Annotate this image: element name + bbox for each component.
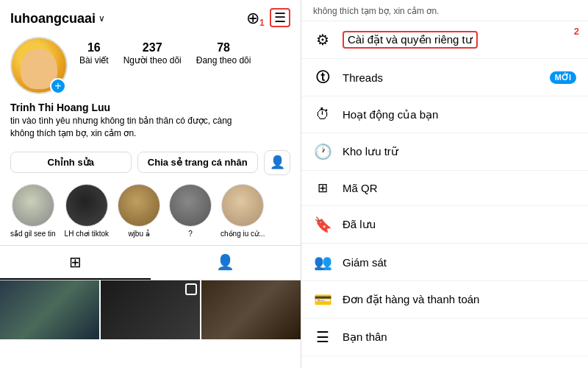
posts-label: Bài viết <box>79 55 109 66</box>
menu-list: ⚙ Cài đặt và quyền riêng tư 2 ⓣ Threads … <box>301 21 588 368</box>
threads-label: Threads <box>343 71 539 84</box>
stats-row: 16 Bài viết 237 Người theo dõi 78 Đang t… <box>79 37 290 66</box>
followers-count: 237 <box>143 41 162 54</box>
menu-item-archive[interactable]: 🕐 Kho lưu trữ <box>301 133 588 171</box>
right-panel: không thích tạm bợ, xin cảm ơn. ⚙ Cài đặ… <box>301 0 588 368</box>
profile-section: + 16 Bài viết 237 Người theo dõi 78 Đang… <box>0 34 301 102</box>
display-name: Trinh Thi Hoang Luu <box>10 102 290 113</box>
story-circle-3 <box>169 184 212 227</box>
story-label-4: chồng iu cứ... <box>220 230 265 238</box>
tag-person-icon: 👤 <box>216 253 234 271</box>
edit-profile-button[interactable]: Chỉnh sửa <box>10 152 132 173</box>
menu-item-activity[interactable]: ⏱ Hoạt động của bạn <box>301 96 588 133</box>
add-post-icon[interactable]: ⊕ <box>246 9 259 28</box>
share-profile-button[interactable]: Chia sẻ trang cá nhân <box>137 152 259 173</box>
menu-item-orders[interactable]: 💳 Đơn đặt hàng và thanh toán <box>301 281 588 319</box>
tab-bar: ⊞ 👤 <box>0 245 301 280</box>
tab-grid[interactable]: ⊞ <box>0 246 151 280</box>
story-item-0[interactable]: sắd gil see tin <box>10 184 56 238</box>
top-bar: luhoangcuaai ∨ ⊕ ☰ 1 <box>0 0 301 34</box>
settings-badge: 2 <box>574 26 579 37</box>
following-label: Đang theo dõi <box>196 55 251 66</box>
activity-label: Hoạt động của bạn <box>343 108 576 121</box>
close-friends-icon: ☰ <box>313 328 332 346</box>
avatar-wrap: + <box>10 37 68 94</box>
menu-item-close-friends[interactable]: ☰ Bạn thân <box>301 319 588 356</box>
saved-icon: 🔖 <box>313 216 332 233</box>
grid-cell-0 <box>0 280 99 339</box>
monitor-label: Giám sát <box>343 256 576 269</box>
story-item-4[interactable]: chồng iu cứ... <box>220 184 265 238</box>
top-bar-icons: ⊕ ☰ 1 <box>246 9 290 28</box>
followers-label: Người theo dõi <box>123 55 182 66</box>
grid-cell-2 <box>201 280 301 339</box>
grid-icon: ⊞ <box>69 253 82 271</box>
grid-preview <box>0 280 301 368</box>
story-circle-4 <box>221 184 264 227</box>
tab-tagged[interactable]: 👤 <box>151 246 301 280</box>
story-circle-2 <box>118 184 160 227</box>
story-item-3[interactable]: ? <box>169 184 212 238</box>
menu-item-settings[interactable]: ⚙ Cài đặt và quyền riêng tư 2 <box>301 21 588 59</box>
qr-label: Mã QR <box>343 182 576 194</box>
story-item-1[interactable]: LH chơi tiktok <box>65 184 109 238</box>
username-text: luhoangcuaai <box>10 11 96 26</box>
stat-posts: 16 Bài viết <box>79 41 109 66</box>
left-panel: luhoangcuaai ∨ ⊕ ☰ 1 + 16 Bài viết <box>0 0 301 368</box>
settings-label: Cài đặt và quyền riêng tư <box>343 31 478 49</box>
story-label-0: sắd gil see tin <box>10 230 56 238</box>
activity-icon: ⏱ <box>313 106 332 123</box>
story-label-1: LH chơi tiktok <box>65 230 109 238</box>
threads-new-badge: MỚI <box>550 71 576 84</box>
qr-icon: ⊞ <box>313 180 332 196</box>
action-buttons: Chỉnh sửa Chia sẻ trang cá nhân 👤 <box>0 146 301 181</box>
story-circle-0 <box>12 184 54 227</box>
threads-icon: ⓣ <box>313 68 332 86</box>
menu-item-qr[interactable]: ⊞ Mã QR <box>301 171 588 206</box>
top-stub-text: không thích tạm bợ, xin cảm ơn. <box>301 0 588 21</box>
archive-label: Kho lưu trữ <box>343 145 576 158</box>
add-person-button[interactable]: 👤 <box>264 150 290 175</box>
menu-item-monitor[interactable]: 👥 Giám sát <box>301 244 588 281</box>
saved-label: Đã lưu <box>343 218 576 231</box>
chevron-down-icon: ∨ <box>98 13 105 24</box>
menu-item-saved[interactable]: 🔖 Đã lưu <box>301 206 588 244</box>
monitor-icon: 👥 <box>313 253 332 271</box>
bio-section: Trinh Thi Hoang Luu tin vào tình yêu như… <box>0 102 301 146</box>
settings-icon: ⚙ <box>313 31 332 49</box>
close-friends-label: Bạn thân <box>343 330 576 344</box>
story-label-2: wjbu ả <box>128 230 149 238</box>
add-person-icon: 👤 <box>270 155 285 170</box>
menu-icon[interactable]: ☰ <box>270 8 290 27</box>
grid-overlay-1 <box>185 283 197 295</box>
stories-row: sắd gil see tin LH chơi tiktok wjbu ả ? … <box>0 181 301 245</box>
following-count: 78 <box>217 41 230 54</box>
menu-badge: 1 <box>259 18 265 28</box>
bio-text: tin vào tình yêu nhưng không tin bản thâ… <box>10 115 290 140</box>
menu-item-threads[interactable]: ⓣ Threads MỚI <box>301 59 588 96</box>
username-area[interactable]: luhoangcuaai ∨ <box>10 11 105 26</box>
stat-followers: 237 Người theo dõi <box>123 41 182 66</box>
story-label-3: ? <box>188 230 193 238</box>
orders-icon: 💳 <box>313 291 332 308</box>
stat-following: 78 Đang theo dõi <box>196 41 251 66</box>
story-item-2[interactable]: wjbu ả <box>118 184 160 238</box>
orders-label: Đơn đặt hàng và thanh toán <box>343 293 576 306</box>
posts-count: 16 <box>87 41 101 54</box>
archive-icon: 🕐 <box>313 143 332 160</box>
story-circle-1 <box>65 184 108 227</box>
add-story-button[interactable]: + <box>50 78 66 94</box>
grid-cell-1 <box>101 280 200 339</box>
